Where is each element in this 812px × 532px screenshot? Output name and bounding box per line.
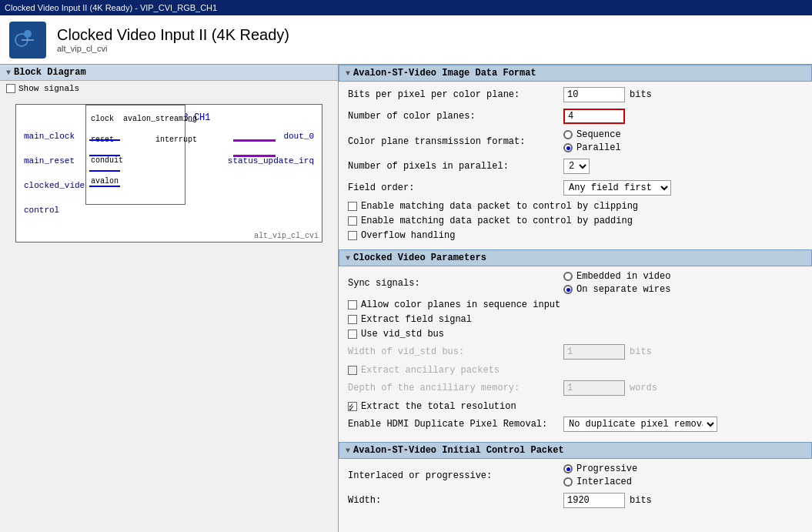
port-main-reset: main_reset (24, 156, 90, 166)
matching-padding-row: Enable matching data packet to control b… (348, 216, 803, 226)
app-title-block: Clocked Video Input II (4K Ready) alt_vi… (57, 26, 289, 53)
port-main-clock: main_clock (24, 132, 90, 141)
overflow-label: Overflow handling (361, 230, 455, 241)
num-pixels-select[interactable]: 1 2 4 8 (563, 159, 590, 174)
interlaced-radio[interactable] (563, 477, 573, 487)
separate-wires-label: On separate wires (576, 284, 670, 295)
parallel-radio[interactable] (563, 143, 573, 152)
app-logo (9, 22, 46, 59)
progressive-radio-row[interactable]: Progressive (563, 463, 637, 474)
field-order-row: Field order: Any field first Field 0 fir… (348, 179, 803, 196)
extract-field-row: Extract field signal (348, 314, 803, 325)
section-avalon-collapse-icon[interactable]: ▼ (346, 69, 350, 78)
inner-port-clock: clock (91, 115, 123, 123)
width-row: Width: bits (348, 492, 803, 509)
show-signals-checkbox[interactable] (6, 84, 15, 93)
bits-per-pixel-unit: bits (630, 89, 652, 100)
section-avalon-title: Avalon-ST-Video Image Data Format (353, 68, 536, 79)
interlaced-radio-row[interactable]: Interlaced (563, 477, 637, 487)
inner-port-interrupt: interrupt (123, 136, 197, 144)
block-diagram-header: ▼ Block Diagram (0, 65, 338, 81)
color-plane-format-label: Color plane transmission format: (348, 136, 563, 147)
interlaced-progressive-radios: Progressive Interlaced (563, 463, 637, 487)
sequence-radio-row[interactable]: Sequence (563, 129, 621, 140)
inner-port-conduit: conduit (91, 156, 123, 165)
color-plane-format-row: Color plane transmission format: Sequenc… (348, 129, 803, 153)
app-title: Clocked Video Input II (4K Ready) (57, 26, 289, 44)
color-planes-sequence-checkbox[interactable] (348, 300, 357, 309)
inner-port-avalon: avalon (91, 177, 123, 186)
section-avalon-content: Bits per pixel per color plane: bits Num… (339, 82, 812, 249)
num-color-planes-label: Number of color planes: (348, 111, 563, 122)
extract-total-res-row: ✓ Extract the total resolution (348, 401, 803, 412)
section-clocked-video-header: ▼ Clocked Video Parameters (339, 249, 812, 266)
block-diagram-container: VIP_CVI_RGB_CH1 main_clock main_reset cl… (15, 104, 322, 243)
extract-ancillary-row: Extract ancillary packets (348, 365, 803, 376)
embedded-radio-row[interactable]: Embedded in video (563, 271, 670, 282)
ancilliary-depth-label: Depth of the ancilliary memory: (348, 383, 563, 393)
section-clocked-collapse-icon[interactable]: ▼ (346, 254, 350, 263)
overflow-row: Overflow handling (348, 230, 803, 241)
ancilliary-depth-input[interactable] (563, 380, 625, 396)
bits-per-pixel-input[interactable] (563, 87, 625, 102)
port-control: control (24, 206, 90, 215)
svg-point-2 (24, 30, 32, 38)
port-clocked-video: clocked_video (24, 181, 90, 190)
section-avalon-initial: ▼ Avalon-ST-Video Initial Control Packet… (339, 442, 812, 518)
extract-ancillary-checkbox[interactable] (348, 366, 357, 375)
extract-field-checkbox[interactable] (348, 315, 357, 324)
collapse-triangle[interactable]: ▼ (6, 69, 11, 77)
hdmi-dup-pixel-row: Enable HDMI Duplicate Pixel Removal: No … (348, 416, 803, 433)
matching-clipping-row: Enable matching data packet to control b… (348, 201, 803, 212)
title-bar-text: Clocked Video Input II (4K Ready) - VIP_… (5, 3, 217, 12)
title-bar: Clocked Video Input II (4K Ready) - VIP_… (0, 0, 812, 15)
extract-total-res-checkbox[interactable]: ✓ (348, 402, 357, 411)
section-avalon-initial-content: Interlaced or progressive: Progressive I… (339, 459, 812, 518)
hdmi-dup-pixel-label: Enable HDMI Duplicate Pixel Removal: (348, 419, 563, 430)
parallel-radio-row[interactable]: Parallel (563, 142, 621, 153)
color-plane-format-radios: Sequence Parallel (563, 129, 621, 153)
vid-std-width-input[interactable] (563, 344, 625, 360)
embedded-radio[interactable] (563, 272, 573, 281)
left-panel: ▼ Block Diagram Show signals VIP_CVI_RGB… (0, 65, 339, 532)
section-clocked-video: ▼ Clocked Video Parameters Sync signals:… (339, 249, 812, 442)
hdmi-dup-pixel-select[interactable]: No duplicate pixel removal Enable duplic… (563, 417, 717, 432)
matching-clipping-checkbox[interactable] (348, 202, 357, 211)
section-initial-collapse-icon[interactable]: ▼ (346, 447, 350, 455)
vid-std-width-row: Width of vid_std bus: bits (348, 343, 803, 360)
progressive-label: Progressive (576, 463, 637, 474)
show-signals-label: Show signals (18, 84, 79, 93)
width-input[interactable] (563, 493, 625, 508)
field-order-label: Field order: (348, 182, 563, 193)
num-color-planes-input[interactable] (563, 109, 625, 124)
separate-wires-radio[interactable] (563, 285, 573, 294)
block-diagram-title: Block Diagram (14, 67, 86, 78)
field-order-select[interactable]: Any field first Field 0 first Field 1 fi… (563, 180, 671, 196)
use-vid-std-label: Use vid_std bus (361, 329, 444, 340)
section-avalon-initial-title: Avalon-ST-Video Initial Control Packet (353, 445, 564, 456)
matching-padding-checkbox[interactable] (348, 216, 357, 226)
app-header: Clocked Video Input II (4K Ready) alt_vi… (0, 15, 812, 65)
use-vid-std-checkbox[interactable] (348, 330, 357, 339)
block-footer-label: alt_vip_cl_cvi (254, 232, 319, 240)
main-layout: ▼ Block Diagram Show signals VIP_CVI_RGB… (0, 65, 812, 532)
width-unit: bits (630, 495, 652, 506)
interlaced-progressive-row: Interlaced or progressive: Progressive I… (348, 463, 803, 487)
sync-signals-radios: Embedded in video On separate wires (563, 271, 670, 295)
ancilliary-depth-unit: words (630, 383, 657, 393)
vid-std-width-unit: bits (630, 346, 652, 357)
interlaced-progressive-label: Interlaced or progressive: (348, 470, 563, 481)
interlaced-label: Interlaced (576, 477, 632, 487)
separate-wires-radio-row[interactable]: On separate wires (563, 284, 670, 295)
sequence-radio[interactable] (563, 130, 573, 139)
bits-per-pixel-row: Bits per pixel per color plane: bits (348, 86, 803, 103)
parallel-label: Parallel (576, 142, 621, 153)
extract-total-res-label: Extract the total resolution (361, 401, 516, 412)
section-avalon-st-video-header: ▼ Avalon-ST-Video Image Data Format (339, 65, 812, 82)
right-panel[interactable]: ▼ Avalon-ST-Video Image Data Format Bits… (339, 65, 812, 532)
progressive-radio[interactable] (563, 464, 573, 473)
sync-signals-label: Sync signals: (348, 278, 563, 289)
overflow-checkbox[interactable] (348, 231, 357, 240)
port-status-update: status_update_irq (228, 156, 314, 166)
use-vid-std-row: Use vid_std bus (348, 329, 803, 340)
